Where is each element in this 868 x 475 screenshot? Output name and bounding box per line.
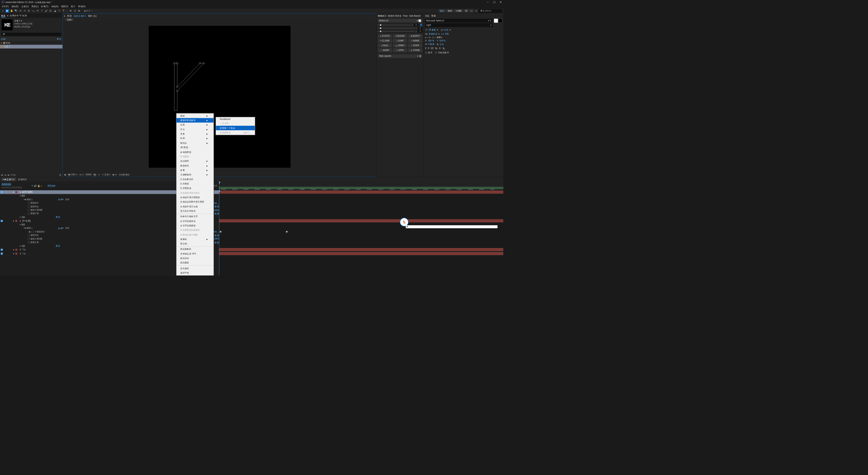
- resolution-dropdown[interactable]: ✕ 完整 ▾: [102, 173, 110, 176]
- time-ruler[interactable]: 0001000020000300004000050000600007000080…: [219, 181, 504, 190]
- snap-label[interactable]: 对齐: [86, 10, 90, 12]
- comp-new-icon[interactable]: ▣: [7, 174, 10, 176]
- composition-canvas[interactable]: [149, 26, 291, 168]
- rotate-tool[interactable]: ↻: [23, 9, 26, 13]
- ctx-跟踪蒙版[interactable]: 跟踪蒙版: [177, 261, 214, 265]
- hand-tool[interactable]: ✋: [10, 9, 13, 13]
- tab-render-queue[interactable]: 渲染队列: [18, 178, 27, 181]
- col-layer-name[interactable]: 图层名称: [48, 184, 55, 187]
- tracking[interactable]: 400: [445, 33, 449, 35]
- sync-icon[interactable]: ⟳: [475, 10, 477, 12]
- ctx-在项目流程图中显示图层[interactable]: 在项目流程图中显示图层: [177, 200, 214, 204]
- comp-breadcrumb[interactable]: 合成1: [65, 18, 73, 21]
- font-size[interactable]: 59 像素: [429, 29, 436, 32]
- ctx-打开图层[interactable]: 打开图层: [177, 181, 214, 186]
- tab-comp-viewer[interactable]: 合成 合成1 ≡: [74, 14, 86, 17]
- fill-color[interactable]: [494, 19, 498, 23]
- k-shape-outline[interactable]: [172, 61, 212, 113]
- pen-tool[interactable]: ✒: [36, 9, 39, 13]
- tab-character[interactable]: 字符: [431, 15, 436, 18]
- kerning[interactable]: 度量标准: [429, 32, 437, 35]
- btn-clone[interactable]: ⧉ CLONE: [378, 39, 392, 43]
- btn-burst[interactable]: ✱ BURST: [408, 34, 422, 38]
- project-row-solids[interactable]: ▸纯色: [0, 41, 62, 45]
- slider-1[interactable]: [380, 25, 411, 25]
- tab-motion2[interactable]: Motion 2: [378, 15, 386, 18]
- ctx-变换[interactable]: 变换▶: [177, 131, 214, 136]
- ctx-图层样式[interactable]: 图层样式▶: [177, 163, 214, 168]
- menu-help[interactable]: 帮助(H): [78, 5, 86, 8]
- tab-project[interactable]: 项目: [1, 14, 5, 17]
- ctx-变形稳定器 VFX[interactable]: 变形稳定器 VFX: [177, 251, 214, 256]
- brush-tool[interactable]: 🖌: [44, 9, 48, 13]
- ctx-从文字创建形状[interactable]: 从文字创建形状: [177, 219, 214, 223]
- ctx-品质[interactable]: 品质▶: [177, 123, 214, 127]
- orbit-tool[interactable]: ⟲: [19, 9, 22, 13]
- col-name[interactable]: 名称: [1, 37, 5, 40]
- ctx-开关[interactable]: 开关▶: [177, 127, 214, 131]
- ctx-效果[interactable]: 效果▶: [177, 168, 214, 172]
- btn-blend[interactable]: ⧗ BLEND: [393, 34, 407, 38]
- subscript[interactable]: T₁: [443, 47, 445, 50]
- subctx-RotoBezier[interactable]: RotoBezier: [216, 117, 255, 121]
- ctx-3D 图层[interactable]: 3D 图层: [177, 145, 214, 149]
- ctx-重命名[interactable]: 重命名: [177, 275, 214, 276]
- stroke-color[interactable]: [498, 19, 502, 23]
- workspace-default[interactable]: 默认: [439, 9, 446, 12]
- project-row-comp1[interactable]: 合成 1: [0, 45, 62, 49]
- btn-rope[interactable]: ∿ ROPE: [408, 43, 422, 48]
- ctx-从文字创建蒙版[interactable]: 从文字创建蒙版: [177, 223, 214, 228]
- btn-name[interactable]: ✎ NAME: [408, 39, 422, 43]
- ctx-关键帧辅助[interactable]: 关键帧辅助▶: [177, 173, 214, 177]
- btn-warp[interactable]: 〰 WARP: [378, 48, 392, 52]
- motion-version-dropdown[interactable]: Motion v2▾ 📈: [378, 19, 422, 22]
- tab-flow[interactable]: Flow: [403, 15, 408, 18]
- alpha-toggle[interactable]: ▦: [64, 173, 66, 176]
- rect-tool[interactable]: ▭: [32, 9, 35, 13]
- snapshot-icon[interactable]: 📷: [93, 173, 96, 176]
- btn-null[interactable]: ⊡ NULL: [378, 43, 392, 48]
- puppet-tool[interactable]: 📍: [62, 9, 65, 13]
- anchor-tool[interactable]: ⊕: [27, 9, 31, 13]
- allcaps[interactable]: TT: [431, 47, 434, 50]
- menu-layer[interactable]: 图层(L): [32, 5, 39, 8]
- tab-timeline-comp[interactable]: × ■ 合成 1 ≡: [1, 177, 16, 181]
- world-axis[interactable]: ⊡: [73, 9, 76, 13]
- res-toggle[interactable]: ⊞ ⊟: [79, 173, 84, 176]
- help-search[interactable]: 🔎 搜索帮助: [478, 9, 502, 13]
- menu-edit[interactable]: 编辑(E): [12, 5, 19, 8]
- ctx-摄像机[interactable]: 摄像机▶: [177, 237, 214, 241]
- view-layout[interactable]: ▣ ⊞: [112, 173, 117, 176]
- roto-tool[interactable]: ✂: [57, 9, 61, 13]
- menu-file[interactable]: 文件(F): [2, 5, 9, 8]
- ctx-显示表达式错误[interactable]: 显示表达式错误: [177, 209, 214, 213]
- subctx-设置第一个顶点[interactable]: 设置第一个顶点: [216, 126, 255, 130]
- tab-scripts[interactable]: AE脚本管理器: [388, 15, 401, 18]
- vscale[interactable]: 100 %: [428, 40, 434, 42]
- menu-window[interactable]: 窗口: [71, 5, 75, 8]
- smallcaps[interactable]: Tт: [435, 47, 437, 50]
- tab-footage-viewer[interactable]: 素材 (无): [88, 14, 96, 17]
- ctx-选择子项[interactable]: 选择子项: [177, 270, 214, 275]
- close-button[interactable]: ✕: [500, 1, 502, 4]
- tsume[interactable]: 0 %: [440, 43, 444, 46]
- btn-orbit[interactable]: ◯ ORBIT: [393, 43, 407, 48]
- leading[interactable]: 自动: [444, 29, 448, 32]
- ctx-帧混合[interactable]: 帧混合▶: [177, 141, 214, 145]
- superscript[interactable]: T¹: [439, 47, 441, 50]
- task-launch-dropdown[interactable]: Task Launch▾ 🗑: [378, 54, 422, 58]
- hscale[interactable]: 100 %: [439, 40, 446, 42]
- trash-icon[interactable]: 🗑: [59, 174, 61, 176]
- tab-paragraph[interactable]: 段落: [425, 15, 430, 18]
- maximize-button[interactable]: ☐: [493, 1, 495, 4]
- project-search[interactable]: 🔎: [1, 33, 61, 36]
- active-camera[interactable]: 活动摄像机: [119, 173, 130, 176]
- workspace-library[interactable]: 库: [464, 9, 469, 12]
- ctx-时间[interactable]: 时间▶: [177, 136, 214, 141]
- playhead-line[interactable]: [219, 190, 219, 276]
- ctx-转换为可编辑文字[interactable]: 转换为可编辑文字: [177, 214, 214, 218]
- btn-excite[interactable]: ✦ EXCITE: [378, 34, 392, 38]
- slider-2[interactable]: [380, 28, 415, 28]
- ctx-打开效果控件[interactable]: 打开效果控件: [177, 177, 214, 181]
- ctx-在项目中显示合成[interactable]: 在项目中显示合成: [177, 204, 214, 209]
